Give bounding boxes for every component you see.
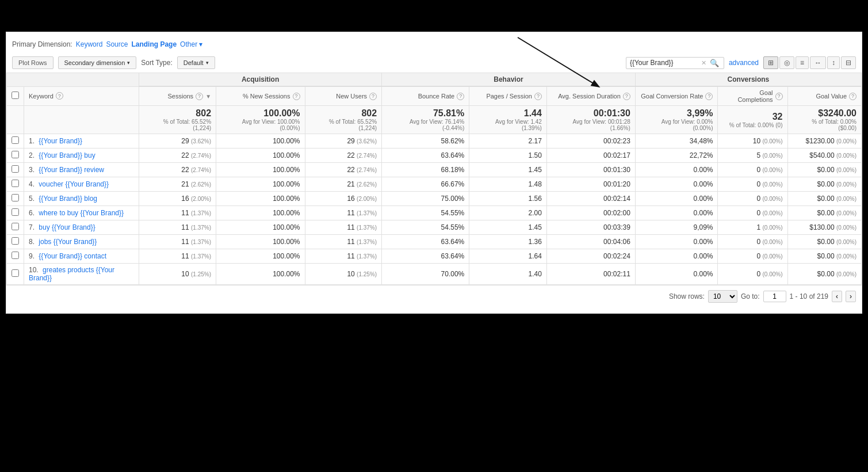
goal-value-header[interactable]: Goal Value ? (787, 86, 861, 106)
row-keyword-link-3[interactable]: voucher {{Your Brand}} (39, 180, 109, 188)
row-keyword-link-0[interactable]: {{Your Brand}} (39, 137, 82, 145)
row-sessions-8: 11 (1.37%) (139, 249, 216, 264)
row-new-sessions-5: 100.00% (216, 206, 305, 220)
row-checkbox-3[interactable] (7, 177, 24, 192)
row-new-users-1: 22 (2.74%) (305, 149, 382, 163)
view-compare-icon[interactable]: ↔ (810, 56, 826, 69)
dimension-source[interactable]: Source (106, 40, 128, 48)
row-pages-session-4: 1.56 (469, 192, 547, 206)
table-row: 9. {{Your Brand}} contact 11 (1.37%) 100… (7, 249, 862, 264)
view-custom-icon[interactable]: ⊟ (841, 56, 856, 69)
row-checkbox-input-6[interactable] (12, 223, 19, 230)
conversions-header: Conversions (635, 73, 861, 87)
search-input[interactable] (630, 59, 699, 67)
row-checkbox-input-5[interactable] (12, 208, 19, 216)
row-new-sessions-0: 100.00% (216, 134, 305, 149)
row-keyword-link-1[interactable]: {{Your Brand}} buy (39, 151, 95, 159)
row-goal-value-4: $0.00 (0.00%) (787, 192, 861, 206)
view-table-icon[interactable]: ⊞ (763, 56, 778, 69)
row-checkbox-9[interactable] (7, 264, 24, 285)
row-pages-session-0: 2.17 (469, 134, 547, 149)
new-sessions-help-icon[interactable]: ? (293, 93, 300, 100)
row-checkbox-1[interactable] (7, 149, 24, 163)
row-checkbox-4[interactable] (7, 192, 24, 206)
pages-session-help-icon[interactable]: ? (534, 93, 542, 100)
row-checkbox-input-0[interactable] (12, 136, 19, 144)
secondary-dimension-dropdown[interactable]: Secondary dimension ▾ (58, 56, 137, 69)
view-list-icon[interactable]: ≡ (796, 56, 809, 69)
clear-search-icon[interactable]: ✕ (701, 59, 706, 67)
select-all-checkbox-header[interactable] (7, 86, 24, 106)
search-button[interactable]: 🔍 (709, 59, 720, 67)
sessions-help-icon[interactable]: ? (196, 93, 203, 100)
row-checkbox-input-4[interactable] (12, 194, 19, 201)
row-bounce-rate-5: 54.55% (382, 206, 469, 220)
view-pie-icon[interactable]: ◎ (779, 56, 794, 69)
row-checkbox-8[interactable] (7, 249, 24, 264)
new-users-help-icon[interactable]: ? (369, 93, 377, 100)
bounce-rate-help-icon[interactable]: ? (457, 93, 464, 100)
sessions-header[interactable]: Sessions ? ▼ (139, 86, 216, 106)
plot-rows-button[interactable]: Plot Rows (12, 56, 53, 69)
row-avg-session-6: 00:03:39 (546, 220, 635, 235)
footer-row: Show rows: 10 25 50 100 Go to: 1 - 10 of… (6, 285, 862, 307)
dimension-landing-page[interactable]: Landing Page (131, 40, 177, 48)
row-checkbox-input-3[interactable] (12, 180, 19, 187)
go-to-input[interactable] (763, 291, 786, 302)
avg-session-header[interactable]: Avg. Session Duration ? (546, 86, 635, 106)
row-checkbox-input-7[interactable] (12, 237, 19, 245)
row-new-users-2: 22 (2.74%) (305, 163, 382, 177)
row-checkbox-2[interactable] (7, 163, 24, 177)
row-num-keyword-9: 10. greates products {{Your Brand}} (24, 264, 139, 285)
row-avg-session-3: 00:01:20 (546, 177, 635, 192)
prev-page-button[interactable]: ‹ (832, 291, 842, 302)
sort-default-dropdown[interactable]: Default ▾ (177, 56, 215, 69)
row-checkbox-7[interactable] (7, 235, 24, 249)
dimension-keyword[interactable]: Keyword (76, 40, 103, 48)
row-keyword-link-9[interactable]: greates products {{Your Brand}} (29, 266, 114, 282)
goal-completions-header[interactable]: Goal Completions ? (718, 86, 787, 106)
row-avg-session-5: 00:02:00 (546, 206, 635, 220)
goal-completions-help-icon[interactable]: ? (775, 93, 783, 100)
row-goal-conv-9: 0.00% (635, 264, 718, 285)
goal-conv-header[interactable]: Goal Conversion Rate ? (635, 86, 718, 106)
pages-session-header[interactable]: Pages / Session ? (469, 86, 547, 106)
row-keyword-link-7[interactable]: jobs {{Your Brand}} (39, 238, 97, 246)
goal-value-help-icon[interactable]: ? (849, 93, 856, 100)
row-goal-completions-8: 0 (0.00%) (718, 249, 787, 264)
sort-arrow-icon: ▾ (206, 60, 209, 66)
row-sessions-4: 16 (2.00%) (139, 192, 216, 206)
totals-pages-session: 1.44 Avg for View: 1.42 (1.39%) (469, 106, 547, 134)
row-pages-session-5: 2.00 (469, 206, 547, 220)
row-goal-value-3: $0.00 (0.00%) (787, 177, 861, 192)
select-all-checkbox[interactable] (12, 92, 19, 99)
avg-session-help-icon[interactable]: ? (623, 93, 630, 100)
row-checkbox-5[interactable] (7, 206, 24, 220)
row-checkbox-0[interactable] (7, 134, 24, 149)
row-keyword-link-6[interactable]: buy {{Your Brand}} (39, 223, 95, 231)
bounce-rate-header[interactable]: Bounce Rate ? (382, 86, 469, 106)
row-checkbox-input-2[interactable] (12, 165, 19, 173)
table-row: 4. voucher {{Your Brand}} 21 (2.62%) 100… (7, 177, 862, 192)
view-pivot-icon[interactable]: ↕ (827, 56, 840, 69)
goal-conv-help-icon[interactable]: ? (705, 93, 713, 100)
row-keyword-link-4[interactable]: {{Your Brand}} blog (39, 195, 97, 203)
new-users-header[interactable]: New Users ? (305, 86, 382, 106)
row-checkbox-6[interactable] (7, 220, 24, 235)
show-rows-select[interactable]: 10 25 50 100 (708, 290, 737, 303)
row-keyword-link-8[interactable]: {{Your Brand}} contact (39, 252, 106, 260)
row-checkbox-input-9[interactable] (12, 269, 19, 277)
row-keyword-link-2[interactable]: {{Your Brand}} review (39, 166, 104, 174)
row-avg-session-2: 00:01:30 (546, 163, 635, 177)
row-keyword-link-5[interactable]: where to buy {{Your Brand}} (39, 209, 124, 217)
advanced-link[interactable]: advanced (729, 59, 759, 67)
table-row: 5. {{Your Brand}} blog 16 (2.00%) 100.00… (7, 192, 862, 206)
row-checkbox-input-8[interactable] (12, 252, 19, 259)
row-avg-session-0: 00:02:23 (546, 134, 635, 149)
keyword-help-icon[interactable]: ? (56, 92, 63, 100)
row-checkbox-input-1[interactable] (12, 151, 19, 158)
next-page-button[interactable]: › (846, 291, 856, 302)
new-sessions-header[interactable]: % New Sessions ? (216, 86, 305, 106)
dimension-other[interactable]: Other ▾ (180, 40, 202, 48)
row-bounce-rate-9: 70.00% (382, 264, 469, 285)
